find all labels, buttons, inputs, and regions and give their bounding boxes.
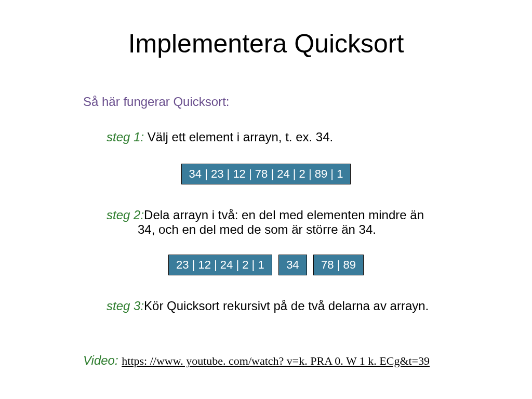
array-row-1: 34 | 23 | 12 | 78 | 24 | 2 | 89 | 1 [0,164,532,184]
video-line: Video: https: //www. youtube. com/watch?… [83,353,430,368]
array-full: 34 | 23 | 12 | 78 | 24 | 2 | 89 | 1 [181,164,351,184]
slide-subtitle: Så här fungerar Quicksort: [83,95,229,109]
array-left-partition: 23 | 12 | 24 | 2 | 1 [168,255,272,275]
video-label: Video: [83,353,122,367]
array-right-partition: 78 | 89 [313,255,364,275]
array-row-2: 23 | 12 | 24 | 2 | 1 34 78 | 89 [0,255,532,275]
video-link[interactable]: https: //www. youtube. com/watch? v=k. P… [122,354,430,367]
slide: Implementera Quicksort Så här fungerar Q… [0,0,532,399]
step-3-text: Kör Quicksort rekursivt på de två delarn… [144,299,429,313]
step-1-label: steg 1: [107,130,144,144]
step-3: steg 3:Kör Quicksort rekursivt på de två… [107,299,501,313]
step-2: steg 2:Dela arrayn i två: en del med ele… [107,208,470,237]
step-2-line-2: 34, och en del med de som är större än 3… [138,222,470,237]
step-1-text: Välj ett element i arrayn, t. ex. 34. [144,130,333,144]
step-2-line-1: steg 2:Dela arrayn i två: en del med ele… [107,208,470,222]
step-2-label: steg 2: [107,208,144,222]
step-2-text-a: Dela arrayn i två: en del med elementen … [144,208,424,222]
step-3-label: steg 3: [107,299,144,313]
step-1: steg 1: Välj ett element i arrayn, t. ex… [107,130,333,144]
array-pivot: 34 [278,255,307,275]
slide-title: Implementera Quicksort [0,29,532,59]
